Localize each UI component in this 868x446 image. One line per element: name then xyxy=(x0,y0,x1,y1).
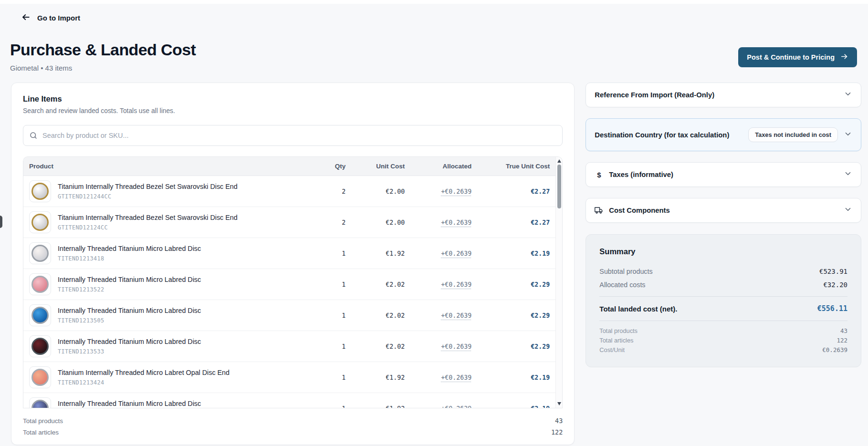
total-landed-cost-label: Total landed cost (net). xyxy=(599,305,677,313)
line-items-card: Line Items Search and review landed cost… xyxy=(11,83,575,445)
allocated-cell[interactable]: +€0.2639 xyxy=(410,188,471,195)
product-image xyxy=(29,366,51,388)
col-allocated: Allocated xyxy=(410,163,471,170)
col-unit-cost: Unit Cost xyxy=(351,163,405,170)
unit-cost-cell: €1.92 xyxy=(351,250,405,257)
qty-cell: 1 xyxy=(312,405,345,408)
table-row[interactable]: Titanium Internally Threaded Bezel Set S… xyxy=(23,207,562,238)
col-qty: Qty xyxy=(312,163,345,170)
gem-disc-icon xyxy=(31,245,49,262)
qty-cell: 1 xyxy=(312,343,345,350)
line-items-subtitle: Search and review landed costs. Totals u… xyxy=(23,107,563,114)
allocated-cell[interactable]: +€0.2639 xyxy=(410,374,471,381)
total-articles-value: 122 xyxy=(837,337,847,344)
search-input[interactable] xyxy=(23,125,563,146)
product-cell: Titanium Internally Threaded Bezel Set S… xyxy=(29,180,306,202)
unit-cost-cell: €2.02 xyxy=(351,281,405,288)
product-image xyxy=(29,335,51,357)
table-row[interactable]: Titanium Internally Threaded Bezel Set S… xyxy=(23,176,562,207)
product-sku: TITEND1213418 xyxy=(58,255,201,262)
product-sku: GTITEND121244CC xyxy=(58,193,238,200)
scrollbar-thumb[interactable] xyxy=(557,165,561,208)
product-sku: TITEND1213505 xyxy=(58,317,201,324)
panel-label: Destination Country (for tax calculation… xyxy=(595,131,743,139)
product-name: Internally Threaded Titanium Micro Labre… xyxy=(58,276,201,284)
truck-icon xyxy=(595,206,603,215)
product-image xyxy=(29,304,51,326)
divider xyxy=(599,296,847,297)
total-products-label: Total products xyxy=(599,327,638,334)
table-row[interactable]: Titanium Internally Threaded Micro Labre… xyxy=(23,362,562,393)
line-items-title: Line Items xyxy=(23,94,563,104)
table-row[interactable]: Internally Threaded Titanium Micro Labre… xyxy=(23,269,562,300)
gem-disc-icon xyxy=(31,338,49,355)
product-cell: Internally Threaded Titanium Micro Labre… xyxy=(29,397,306,408)
scroll-up-icon[interactable] xyxy=(557,159,561,163)
product-name: Internally Threaded Titanium Micro Labre… xyxy=(58,400,201,408)
product-name: Titanium Internally Threaded Micro Labre… xyxy=(58,369,230,377)
total-landed-cost-value: €556.11 xyxy=(817,304,847,313)
col-true-unit-cost: True Unit Cost xyxy=(477,163,550,170)
unit-cost-cell: €2.02 xyxy=(351,343,405,350)
allocated-cell[interactable]: +€0.2639 xyxy=(410,312,471,319)
footer-total-products-value: 43 xyxy=(555,417,563,425)
edge-notch xyxy=(0,216,2,228)
product-name: Internally Threaded Titanium Micro Labre… xyxy=(58,307,201,315)
table-row[interactable]: Internally Threaded Titanium Micro Labre… xyxy=(23,393,562,408)
line-items-table: Product Qty Unit Cost Allocated True Uni… xyxy=(23,156,563,408)
true-unit-cost-cell: €2.29 xyxy=(477,312,550,319)
cost-per-unit-value: €0.2639 xyxy=(822,346,847,353)
scroll-down-icon[interactable] xyxy=(557,402,561,405)
cost-components-panel[interactable]: Cost Components xyxy=(586,198,861,223)
product-text: Titanium Internally Threaded Bezel Set S… xyxy=(58,214,238,231)
page-title: Purchase & Landed Cost xyxy=(10,41,196,59)
post-and-continue-button[interactable]: Post & Continue to Pricing xyxy=(738,47,857,67)
product-name: Internally Threaded Titanium Micro Labre… xyxy=(58,338,201,346)
table-row[interactable]: Internally Threaded Titanium Micro Labre… xyxy=(23,300,562,331)
allocated-cell[interactable]: +€0.2639 xyxy=(410,343,471,350)
arrow-right-icon xyxy=(840,52,848,62)
taxes-informative-panel[interactable]: $ Taxes (informative) xyxy=(586,162,861,187)
table-row[interactable]: Internally Threaded Titanium Micro Labre… xyxy=(23,238,562,269)
total-products-value: 43 xyxy=(840,327,847,334)
product-text: Internally Threaded Titanium Micro Labre… xyxy=(58,307,201,324)
cost-per-unit-label: Cost/Unit xyxy=(599,346,625,353)
cta-label: Post & Continue to Pricing xyxy=(747,53,835,61)
subtotal-products-value: €523.91 xyxy=(819,268,847,275)
product-image xyxy=(29,397,51,408)
allocated-cell[interactable]: +€0.2639 xyxy=(410,219,471,226)
go-to-import-button[interactable]: Go to Import xyxy=(21,12,80,23)
table-scrollbar[interactable] xyxy=(555,157,562,408)
summary-title: Summary xyxy=(599,247,847,256)
product-text: Titanium Internally Threaded Micro Labre… xyxy=(58,369,230,386)
back-label: Go to Import xyxy=(37,14,80,22)
footer-total-articles-label: Total articles xyxy=(23,429,59,436)
allocated-cell[interactable]: +€0.2639 xyxy=(410,405,471,408)
product-cell: Internally Threaded Titanium Micro Labre… xyxy=(29,335,306,357)
table-header: Product Qty Unit Cost Allocated True Uni… xyxy=(23,157,562,176)
product-text: Internally Threaded Titanium Micro Labre… xyxy=(58,338,201,355)
product-cell: Internally Threaded Titanium Micro Labre… xyxy=(29,304,306,326)
destination-country-panel[interactable]: Destination Country (for tax calculation… xyxy=(586,118,861,151)
product-cell: Internally Threaded Titanium Micro Labre… xyxy=(29,242,306,264)
allocated-cell[interactable]: +€0.2639 xyxy=(410,281,471,288)
product-text: Internally Threaded Titanium Micro Labre… xyxy=(58,400,201,408)
product-cell: Internally Threaded Titanium Micro Labre… xyxy=(29,273,306,295)
chevron-down-icon xyxy=(844,130,852,140)
product-name: Internally Threaded Titanium Micro Labre… xyxy=(58,245,201,253)
allocated-cell[interactable]: +€0.2639 xyxy=(410,250,471,257)
true-unit-cost-cell: €2.19 xyxy=(477,250,550,257)
panel-label: Cost Components xyxy=(609,207,838,214)
divider xyxy=(599,321,847,321)
top-strip xyxy=(0,0,868,4)
product-sku: TITEND1213533 xyxy=(58,348,201,355)
table-row[interactable]: Internally Threaded Titanium Micro Labre… xyxy=(23,331,562,362)
chevron-down-icon xyxy=(844,169,852,180)
reference-from-import-panel[interactable]: Reference From Import (Read-Only) xyxy=(586,83,861,107)
gem-disc-icon xyxy=(31,369,49,386)
arrow-left-icon xyxy=(21,12,31,23)
page-header: Purchase & Landed Cost Giometal • 43 ite… xyxy=(0,23,868,72)
product-text: Internally Threaded Titanium Micro Labre… xyxy=(58,245,201,262)
product-text: Internally Threaded Titanium Micro Labre… xyxy=(58,276,201,293)
gem-disc-icon xyxy=(31,276,49,293)
